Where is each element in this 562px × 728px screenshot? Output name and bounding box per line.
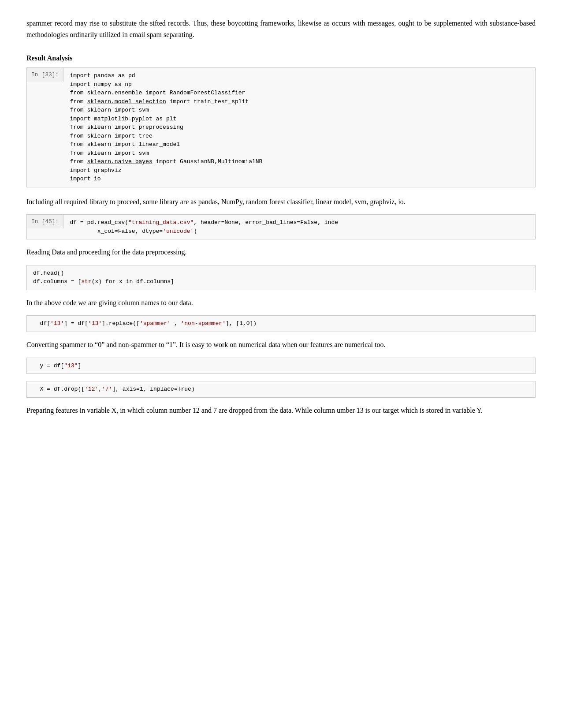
result-analysis-heading: Result Analysis — [26, 54, 536, 62]
cell-45-code: df = pd.read_csv("training_data.csv", he… — [63, 215, 344, 239]
reading-data-paragraph: Reading Data and proceeding for the data… — [26, 246, 536, 258]
column-names-paragraph: In the above code we are giving column n… — [26, 297, 536, 309]
replace-code: df['13'] = df['13'].replace(['spammer' ,… — [26, 315, 536, 332]
intro-paragraph: spammer record may rise to substitute th… — [26, 18, 536, 40]
converting-paragraph: Converting spammer to “0” and non-spamme… — [26, 339, 536, 351]
library-desc-paragraph: Including all required library to procee… — [26, 196, 536, 208]
x-code: X = df.drop(['12','7'], axis=1, inplace=… — [26, 381, 536, 398]
notebook-cell-45: In [45]: df = pd.read_csv("training_data… — [26, 214, 536, 239]
cell-33-label: In [33]: — [27, 68, 63, 82]
y-code: y = df["13"] — [26, 358, 536, 374]
cell-45-label: In [45]: — [27, 215, 63, 228]
preparing-paragraph: Preparing features in variable X, in whi… — [26, 405, 536, 416]
cell-33-code: import pandas as pd import numpy as np f… — [63, 68, 268, 187]
df-head-code: df.head() df.columns = [str(x) for x in … — [26, 265, 536, 290]
notebook-cell-33: In [33]: import pandas as pd import nump… — [26, 67, 536, 187]
